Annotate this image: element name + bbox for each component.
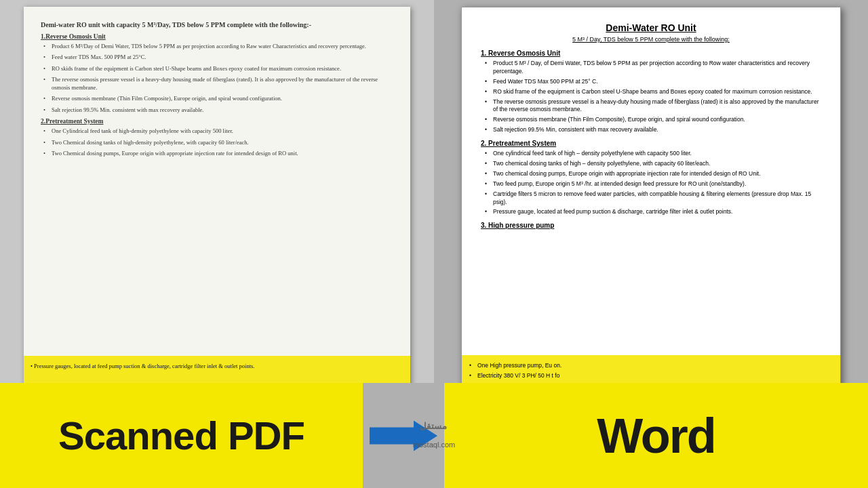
banner-right: Word <box>444 383 868 488</box>
pdf-bullet-s2-2: Two Chemical dosing tanks of high-densit… <box>41 139 393 146</box>
word-bullet-s2-1: One cylindrical feed tank of high – dens… <box>481 150 821 158</box>
pdf-bullet-s1-5: Reverse osmosis membrane (Thin Film Comp… <box>41 95 393 102</box>
word-bullet-s2-3: Two chemical dosing pumps, Europe origin… <box>481 170 821 178</box>
pdf-bullet-s2-1: One Cylindrical feed tank of high-densit… <box>41 127 393 135</box>
pdf-bullet-s1-4: The reverse osmosis pressure vessel is a… <box>41 76 393 92</box>
word-subtitle: 5 M³ / Day, TDS below 5 PPM complete wit… <box>481 36 821 43</box>
word-bullet-s2-2: Two chemical dosing tanks of high – dens… <box>481 160 821 168</box>
pdf-section1-heading: 1.Reverse Osmosis Unit <box>41 33 393 40</box>
word-bullet-s3-1: One High pressure pump, Eu on. <box>465 362 837 370</box>
pdf-bullet-s1-2: Feed water TDS Max. 500 PPM at 25°C. <box>41 54 393 61</box>
pdf-title: Demi-water RO unit with capacity 5 M³/Da… <box>41 20 393 29</box>
word-bullet-s2-5: Cartridge filters 5 micron to remove fee… <box>481 190 821 207</box>
svg-text:مستقل: مستقل <box>420 421 447 431</box>
pdf-bullet-s1-3: RO skids frame of the equipment is Carbo… <box>41 65 393 73</box>
word-bullet-s3-2: Electricity 380 V/ 3 PH/ 50 H t fo <box>465 372 837 380</box>
word-bullet-s1-5: Reverse osmosis membrane (Thin Film Comp… <box>481 116 821 124</box>
pdf-bullet-s1-1: Product 6 M³/Day of Demi Water, TDS belo… <box>41 43 393 50</box>
pdf-bullet-s2-3: Two Chemical dosing pumps, Europe origin… <box>41 150 393 157</box>
word-bullet-s2-4: Two feed pump, Europe origin 5 M³ /hr. a… <box>481 180 821 188</box>
word-bullet-s1-6: Salt rejection 99.5% Min, consistent wit… <box>481 126 821 134</box>
watermark-domain: mostaql.com <box>413 441 455 449</box>
watermark: مستقل mostaql.com <box>413 412 455 449</box>
word-section2-heading: 2. Pretreatment System <box>481 140 821 147</box>
word-bullet-s1-1: Product 5 M³ / Day, of Demi Water, TDS b… <box>481 60 821 76</box>
pdf-last-bullet: • Pressure gauges, located at feed pump … <box>24 356 410 369</box>
mostaql-logo: مستقل <box>417 412 451 439</box>
banner-left-text: Scanned PDF <box>58 413 304 458</box>
word-bullet-s1-4: The reverse osmosis pressure vessel is a… <box>481 98 821 115</box>
banner-right-text: Word <box>597 408 715 464</box>
word-section3-heading: 3. High pressure pump <box>481 222 821 229</box>
word-bullet-s2-6: Pressure gauge, located at feed pump suc… <box>481 208 821 216</box>
pdf-bullet-s1-6: Salt rejection 99.5% Min. consistent wit… <box>41 106 393 114</box>
word-bullet-s1-2: Feed Water TDS Max 500 PPM at 25° C. <box>481 78 821 86</box>
word-bullet-s1-3: RO skid frame of the equipment is Carbon… <box>481 88 821 96</box>
word-section1-heading: 1. Reverse Osmosis Unit <box>481 49 821 57</box>
banner-left: Scanned PDF <box>0 383 363 488</box>
pdf-section2-heading: 2.Pretreatment System <box>41 118 393 125</box>
word-main-title: Demi-Water RO Unit <box>481 22 821 33</box>
main-container: Demi-water RO unit with capacity 5 M³/Da… <box>0 0 868 488</box>
